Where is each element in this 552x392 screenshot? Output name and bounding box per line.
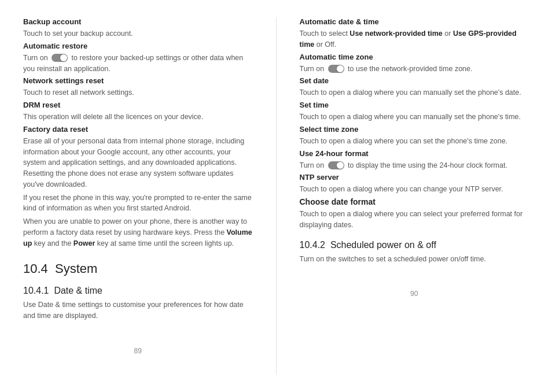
left-page-number: 89 (134, 347, 142, 355)
right-page-footer: 90 (300, 267, 529, 298)
use-24-hour-text: Turn on to display the time using the 24… (300, 160, 529, 171)
drm-reset-section: DRM reset This operation will delete all… (23, 101, 253, 123)
set-date-heading: Set date (300, 76, 529, 85)
use-24-hour-toggle[interactable] (328, 161, 344, 169)
set-time-text: Touch to open a dialog where you can man… (300, 112, 529, 123)
factory-data-reset-para2: If you reset the phone in this way, you'… (23, 193, 253, 215)
subchapter-text: Use Date & time settings to customise yo… (23, 299, 253, 321)
backup-account-section: Backup account Touch to set your backup … (23, 17, 253, 39)
select-time-zone-text: Touch to open a dialog where you can set… (300, 136, 529, 147)
use-24-hour-section: Use 24-hour format Turn on to display th… (300, 149, 529, 171)
automatic-time-zone-text: Turn on to use the network-provided time… (300, 64, 529, 75)
subchapter-heading: 10.4.1 Date & time (23, 286, 253, 296)
choose-date-format-heading: Choose date format (300, 197, 529, 206)
left-column: Backup account Touch to set your backup … (0, 17, 276, 375)
drm-reset-heading: DRM reset (23, 101, 253, 109)
choose-date-format-section: Choose date format Touch to open a dialo… (300, 197, 529, 231)
left-page-footer: 89 (23, 324, 253, 355)
factory-data-reset-para1: Erase all of your personal data from int… (23, 136, 253, 190)
chapter-heading: 10.4 System (23, 261, 253, 276)
select-time-zone-section: Select time zone Touch to open a dialog … (300, 125, 529, 147)
automatic-time-zone-section: Automatic time zone Turn on to use the n… (300, 53, 529, 75)
automatic-restore-heading: Automatic restore (23, 42, 253, 50)
network-settings-reset-text: Touch to reset all network settings. (23, 87, 253, 98)
network-provided-time-bold: Use network-provided time (349, 29, 442, 38)
power-bold: Power (73, 239, 95, 247)
choose-date-format-text: Touch to open a dialog where you can sel… (300, 209, 529, 231)
subchapter2-heading: 10.4.2 Scheduled power on & off (300, 240, 529, 250)
right-page-number: 90 (410, 290, 418, 298)
set-time-heading: Set time (300, 101, 529, 109)
volume-up-bold: Volume up (23, 228, 252, 247)
automatic-date-time-heading: Automatic date & time (300, 17, 529, 26)
backup-account-heading: Backup account (23, 17, 253, 26)
right-column: Automatic date & time Touch to select Us… (277, 17, 553, 375)
automatic-restore-section: Automatic restore Turn on to restore you… (23, 42, 253, 75)
automatic-restore-text: Turn on to restore your backed-up settin… (23, 53, 253, 75)
page-container: Backup account Touch to set your backup … (0, 0, 552, 392)
automatic-date-time-section: Automatic date & time Touch to select Us… (300, 17, 529, 50)
factory-data-reset-section: Factory data reset Erase all of your per… (23, 125, 253, 249)
select-time-zone-heading: Select time zone (300, 125, 529, 134)
set-date-section: Set date Touch to open a dialog where yo… (300, 76, 529, 98)
ntp-server-text: Touch to open a dialog where you can cha… (300, 184, 529, 195)
set-date-text: Touch to open a dialog where you can man… (300, 87, 529, 98)
factory-data-reset-heading: Factory data reset (23, 125, 253, 134)
ntp-server-heading: NTP server (300, 173, 529, 182)
automatic-time-zone-toggle[interactable] (328, 65, 344, 73)
use-24-hour-heading: Use 24-hour format (300, 149, 529, 158)
backup-account-text: Touch to set your backup account. (23, 28, 253, 39)
automatic-time-zone-heading: Automatic time zone (300, 53, 529, 61)
automatic-restore-toggle[interactable] (51, 54, 68, 62)
ntp-server-section: NTP server Touch to open a dialog where … (300, 173, 529, 195)
automatic-date-time-text: Touch to select Use network-provided tim… (300, 28, 529, 50)
drm-reset-text: This operation will delete all the licen… (23, 112, 253, 123)
network-settings-reset-section: Network settings reset Touch to reset al… (23, 76, 253, 98)
subchapter2-text: Turn on the switches to set a scheduled … (300, 254, 529, 265)
set-time-section: Set time Touch to open a dialog where yo… (300, 101, 529, 123)
factory-data-reset-para3: When you are unable to power on your pho… (23, 216, 253, 249)
network-settings-reset-heading: Network settings reset (23, 76, 253, 85)
